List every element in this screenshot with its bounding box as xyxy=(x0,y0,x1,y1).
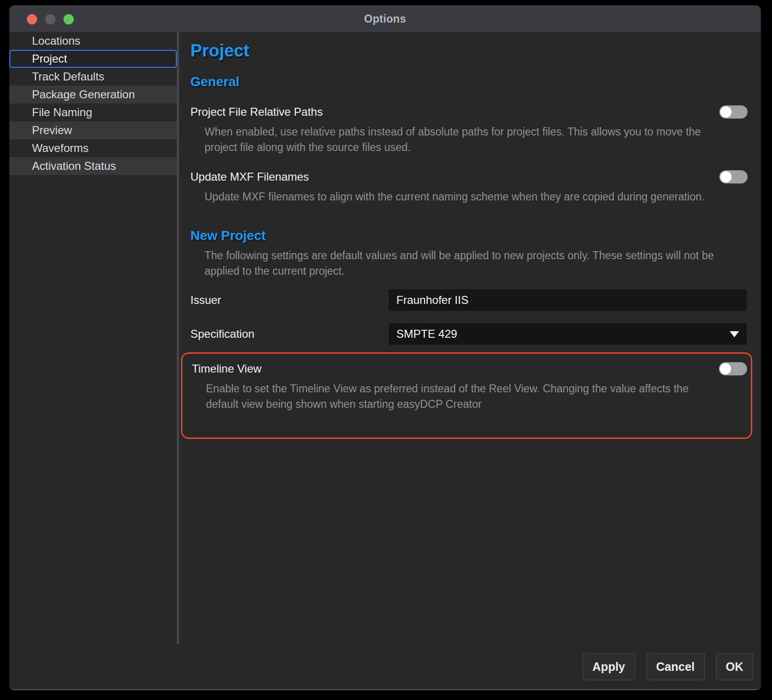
ok-button[interactable]: OK xyxy=(716,653,754,680)
setting-label: Update MXF Filenames xyxy=(190,170,309,183)
apply-button[interactable]: Apply xyxy=(583,653,635,680)
sidebar-item-label: Activation Status xyxy=(32,159,116,173)
specification-label: Specification xyxy=(190,327,389,341)
issuer-label: Issuer xyxy=(190,294,389,307)
section-heading-general: General xyxy=(190,73,761,90)
setting-description: When enabled, use relative paths instead… xyxy=(205,124,715,155)
page-title: Project xyxy=(190,40,761,61)
sidebar-item-project[interactable]: Project xyxy=(9,50,177,68)
setting-label: Project File Relative Paths xyxy=(190,105,323,119)
update-mxf-toggle[interactable] xyxy=(719,170,748,183)
sidebar-item-label: Project xyxy=(32,52,67,65)
setting-label: Timeline View xyxy=(192,362,261,375)
toggle-knob-icon xyxy=(720,106,732,118)
main-area: Locations Project Track Defaults Package… xyxy=(9,32,761,644)
sidebar-item-locations[interactable]: Locations xyxy=(9,32,177,50)
form-row-issuer: Issuer xyxy=(190,289,747,311)
window-title: Options xyxy=(364,13,406,25)
sidebar-item-label: Track Defaults xyxy=(32,70,104,83)
cancel-button[interactable]: Cancel xyxy=(646,653,705,680)
toggle-knob-icon xyxy=(720,363,731,374)
section-description: The following settings are default value… xyxy=(205,248,715,279)
specification-value: SMPTE 429 xyxy=(396,327,457,341)
sidebar-item-track-defaults[interactable]: Track Defaults xyxy=(9,68,177,86)
form-row-specification: Specification SMPTE 429 xyxy=(190,323,747,345)
screen: { "titlebar": { "title": "Options" }, "t… xyxy=(0,0,772,700)
setting-description: Enable to set the Timeline View as prefe… xyxy=(206,381,716,412)
sidebar-item-label: Waveforms xyxy=(32,142,88,155)
sidebar-item-label: Preview xyxy=(32,124,72,137)
options-dialog: Options Locations Project Track Defaults… xyxy=(9,6,761,690)
setting-row-timeline-view: Timeline View xyxy=(192,359,751,378)
sidebar-item-preview[interactable]: Preview xyxy=(9,121,177,139)
settings-panel: Project General Project File Relative Pa… xyxy=(179,32,761,644)
toggle-knob-icon xyxy=(720,171,732,183)
dialog-footer: Apply Cancel OK xyxy=(9,644,761,689)
chevron-down-icon xyxy=(730,331,739,337)
minimize-button[interactable] xyxy=(45,14,55,24)
timeline-view-toggle[interactable] xyxy=(719,362,747,375)
sidebar-item-package-generation[interactable]: Package Generation xyxy=(9,86,177,103)
sidebar-item-file-naming[interactable]: File Naming xyxy=(9,103,177,121)
issuer-input[interactable] xyxy=(389,289,747,311)
zoom-button[interactable] xyxy=(63,14,74,24)
sidebar-item-label: Locations xyxy=(32,34,80,48)
section-heading-new-project: New Project xyxy=(190,227,761,244)
traffic-lights xyxy=(27,6,74,32)
setting-row-update-mxf: Update MXF Filenames xyxy=(190,167,761,186)
relative-paths-toggle[interactable] xyxy=(719,105,748,119)
timeline-view-highlight-annotation: Timeline View Enable to set the Timeline… xyxy=(181,352,752,439)
sidebar: Locations Project Track Defaults Package… xyxy=(9,32,177,644)
close-button[interactable] xyxy=(27,14,37,24)
specification-dropdown[interactable]: SMPTE 429 xyxy=(389,323,747,345)
titlebar: Options xyxy=(9,6,761,32)
setting-row-relative-paths: Project File Relative Paths xyxy=(190,103,761,121)
sidebar-item-waveforms[interactable]: Waveforms xyxy=(9,139,177,157)
sidebar-item-activation-status[interactable]: Activation Status xyxy=(9,157,177,175)
setting-description: Update MXF filenames to align with the c… xyxy=(205,189,715,205)
sidebar-item-label: File Naming xyxy=(32,106,92,119)
sidebar-item-label: Package Generation xyxy=(32,88,135,101)
